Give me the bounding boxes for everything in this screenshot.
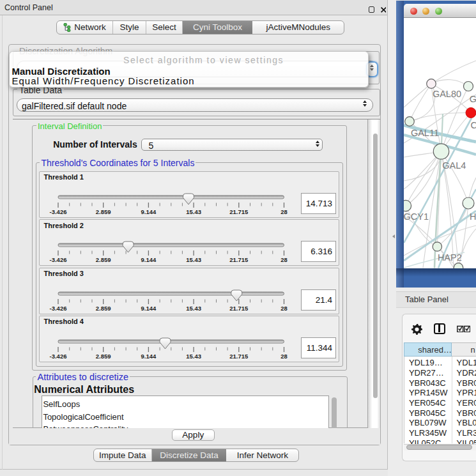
svg-text:GAL4: GAL4 [442,160,466,171]
svg-text:21.715: 21.715 [229,256,249,263]
svg-text:21.715: 21.715 [229,305,249,312]
svg-text:15.43: 15.43 [186,353,201,360]
svg-text:9.144: 9.144 [141,256,156,263]
svg-text:2.859: 2.859 [96,305,111,312]
svg-text:15.43: 15.43 [186,208,201,215]
svg-text:2.859: 2.859 [96,256,111,263]
svg-text:-3.426: -3.426 [50,256,67,263]
svg-text:2.859: 2.859 [96,208,111,215]
svg-text:28: 28 [280,353,288,360]
svg-text:21.715: 21.715 [229,353,249,360]
svg-text:28: 28 [280,208,288,215]
svg-text:2.859: 2.859 [96,353,111,360]
svg-text:9.144: 9.144 [141,305,156,312]
svg-text:-3.426: -3.426 [50,208,67,215]
svg-text:CY: CY [471,120,476,130]
svg-text:HA: HA [470,211,476,222]
svg-text:GCY1: GCY1 [404,211,429,222]
svg-text:HAP2: HAP2 [438,252,462,263]
svg-text:GAL80: GAL80 [433,89,461,99]
svg-text:GAL11: GAL11 [411,128,439,138]
svg-text:15.43: 15.43 [186,256,201,263]
svg-text:21.715: 21.715 [229,208,249,215]
svg-text:28: 28 [280,256,288,263]
svg-text:28: 28 [280,305,288,312]
svg-text:15.43: 15.43 [186,305,201,312]
svg-text:9.144: 9.144 [141,353,156,360]
svg-text:-3.426: -3.426 [50,353,67,360]
svg-text:-3.426: -3.426 [50,305,67,312]
svg-text:9.144: 9.144 [141,208,156,215]
svg-text:GA: GA [470,94,476,104]
